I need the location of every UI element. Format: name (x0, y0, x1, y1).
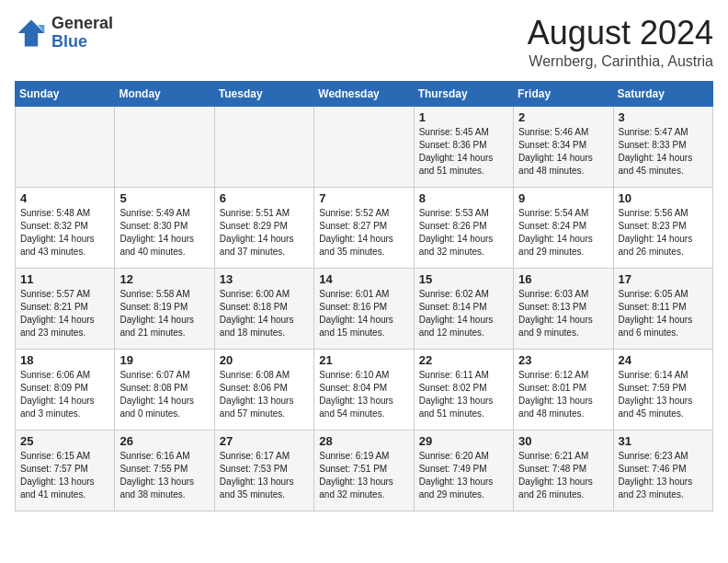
day-number: 10 (619, 191, 708, 205)
day-number: 20 (220, 353, 309, 367)
day-info: Sunrise: 6:02 AM Sunset: 8:14 PM Dayligh… (419, 288, 508, 339)
day-number: 24 (619, 353, 708, 367)
calendar-cell: 6Sunrise: 5:51 AM Sunset: 8:29 PM Daylig… (214, 187, 313, 268)
calendar-cell: 7Sunrise: 5:52 AM Sunset: 8:27 PM Daylig… (314, 187, 414, 268)
calendar-cell: 1Sunrise: 5:45 AM Sunset: 8:36 PM Daylig… (414, 106, 513, 187)
calendar-cell: 9Sunrise: 5:54 AM Sunset: 8:24 PM Daylig… (514, 187, 613, 268)
day-info: Sunrise: 6:11 AM Sunset: 8:02 PM Dayligh… (419, 369, 508, 420)
day-info: Sunrise: 6:08 AM Sunset: 8:06 PM Dayligh… (220, 369, 309, 420)
calendar-cell: 20Sunrise: 6:08 AM Sunset: 8:06 PM Dayli… (214, 349, 313, 430)
day-info: Sunrise: 6:00 AM Sunset: 8:18 PM Dayligh… (220, 288, 309, 339)
calendar-cell: 29Sunrise: 6:20 AM Sunset: 7:49 PM Dayli… (414, 430, 513, 511)
calendar-header-row: SundayMondayTuesdayWednesdayThursdayFrid… (16, 81, 713, 106)
day-number: 14 (319, 272, 408, 286)
day-info: Sunrise: 6:16 AM Sunset: 7:55 PM Dayligh… (119, 450, 209, 501)
day-of-week-header: Tuesday (214, 81, 313, 106)
calendar-cell: 3Sunrise: 5:47 AM Sunset: 8:33 PM Daylig… (613, 106, 712, 187)
calendar-cell: 12Sunrise: 5:58 AM Sunset: 8:19 PM Dayli… (115, 268, 214, 349)
day-info: Sunrise: 5:47 AM Sunset: 8:33 PM Dayligh… (619, 126, 708, 178)
calendar-cell: 15Sunrise: 6:02 AM Sunset: 8:14 PM Dayli… (414, 268, 513, 349)
day-of-week-header: Monday (115, 81, 214, 106)
day-info: Sunrise: 6:06 AM Sunset: 8:09 PM Dayligh… (20, 369, 109, 420)
day-info: Sunrise: 5:56 AM Sunset: 8:23 PM Dayligh… (619, 207, 708, 259)
day-info: Sunrise: 5:46 AM Sunset: 8:34 PM Dayligh… (518, 126, 608, 178)
calendar-cell: 18Sunrise: 6:06 AM Sunset: 8:09 PM Dayli… (16, 349, 115, 430)
calendar-cell (314, 106, 414, 187)
day-info: Sunrise: 6:14 AM Sunset: 7:59 PM Dayligh… (619, 369, 708, 420)
month-year-title: August 2024 (528, 15, 713, 52)
calendar-cell: 4Sunrise: 5:48 AM Sunset: 8:32 PM Daylig… (16, 187, 115, 268)
day-info: Sunrise: 5:51 AM Sunset: 8:29 PM Dayligh… (220, 207, 309, 259)
calendar-cell: 13Sunrise: 6:00 AM Sunset: 8:18 PM Dayli… (214, 268, 313, 349)
day-info: Sunrise: 6:10 AM Sunset: 8:04 PM Dayligh… (319, 369, 408, 420)
day-number: 8 (419, 191, 508, 205)
calendar-cell: 19Sunrise: 6:07 AM Sunset: 8:08 PM Dayli… (115, 349, 214, 430)
calendar-cell: 25Sunrise: 6:15 AM Sunset: 7:57 PM Dayli… (16, 430, 115, 511)
logo-icon (15, 17, 48, 50)
day-number: 5 (119, 191, 209, 205)
day-number: 17 (619, 272, 708, 286)
day-info: Sunrise: 6:03 AM Sunset: 8:13 PM Dayligh… (518, 288, 608, 339)
day-info: Sunrise: 5:57 AM Sunset: 8:21 PM Dayligh… (20, 288, 109, 339)
day-info: Sunrise: 5:52 AM Sunset: 8:27 PM Dayligh… (319, 207, 408, 259)
day-number: 30 (518, 434, 608, 448)
day-number: 12 (119, 272, 209, 286)
day-number: 7 (319, 191, 408, 205)
day-info: Sunrise: 6:19 AM Sunset: 7:51 PM Dayligh… (319, 450, 408, 501)
day-number: 31 (619, 434, 708, 448)
day-number: 25 (20, 434, 109, 448)
location-subtitle: Wernberg, Carinthia, Austria (528, 53, 713, 70)
calendar-table: SundayMondayTuesdayWednesdayThursdayFrid… (15, 81, 713, 511)
calendar-cell: 26Sunrise: 6:16 AM Sunset: 7:55 PM Dayli… (115, 430, 214, 511)
calendar-cell: 28Sunrise: 6:19 AM Sunset: 7:51 PM Dayli… (314, 430, 414, 511)
day-info: Sunrise: 6:15 AM Sunset: 7:57 PM Dayligh… (20, 450, 109, 501)
day-info: Sunrise: 5:48 AM Sunset: 8:32 PM Dayligh… (20, 207, 109, 259)
day-number: 22 (419, 353, 508, 367)
day-info: Sunrise: 6:20 AM Sunset: 7:49 PM Dayligh… (419, 450, 508, 501)
calendar-cell: 2Sunrise: 5:46 AM Sunset: 8:34 PM Daylig… (514, 106, 613, 187)
calendar-cell: 14Sunrise: 6:01 AM Sunset: 8:16 PM Dayli… (314, 268, 414, 349)
day-info: Sunrise: 5:53 AM Sunset: 8:26 PM Dayligh… (419, 207, 508, 259)
calendar-week-row: 18Sunrise: 6:06 AM Sunset: 8:09 PM Dayli… (16, 349, 713, 430)
day-info: Sunrise: 6:12 AM Sunset: 8:01 PM Dayligh… (518, 369, 608, 420)
day-info: Sunrise: 5:45 AM Sunset: 8:36 PM Dayligh… (419, 126, 508, 178)
day-of-week-header: Sunday (16, 81, 115, 106)
day-number: 16 (518, 272, 608, 286)
day-number: 13 (220, 272, 309, 286)
calendar-cell: 8Sunrise: 5:53 AM Sunset: 8:26 PM Daylig… (414, 187, 513, 268)
title-block: August 2024 Wernberg, Carinthia, Austria (528, 15, 713, 70)
day-info: Sunrise: 6:17 AM Sunset: 7:53 PM Dayligh… (220, 450, 309, 501)
calendar-week-row: 4Sunrise: 5:48 AM Sunset: 8:32 PM Daylig… (16, 187, 713, 268)
day-number: 15 (419, 272, 508, 286)
calendar-cell: 21Sunrise: 6:10 AM Sunset: 8:04 PM Dayli… (314, 349, 414, 430)
day-number: 4 (20, 191, 109, 205)
calendar-cell: 23Sunrise: 6:12 AM Sunset: 8:01 PM Dayli… (514, 349, 613, 430)
day-info: Sunrise: 5:49 AM Sunset: 8:30 PM Dayligh… (119, 207, 209, 259)
page-header: General Blue August 2024 Wernberg, Carin… (15, 15, 713, 70)
day-info: Sunrise: 6:07 AM Sunset: 8:08 PM Dayligh… (119, 369, 209, 420)
calendar-cell: 30Sunrise: 6:21 AM Sunset: 7:48 PM Dayli… (514, 430, 613, 511)
day-number: 29 (419, 434, 508, 448)
day-number: 28 (319, 434, 408, 448)
day-number: 11 (20, 272, 109, 286)
day-number: 21 (319, 353, 408, 367)
day-info: Sunrise: 5:58 AM Sunset: 8:19 PM Dayligh… (119, 288, 209, 339)
day-number: 26 (119, 434, 209, 448)
calendar-cell (214, 106, 313, 187)
logo: General Blue (15, 15, 113, 52)
day-number: 18 (20, 353, 109, 367)
calendar-cell: 27Sunrise: 6:17 AM Sunset: 7:53 PM Dayli… (214, 430, 313, 511)
day-of-week-header: Thursday (414, 81, 513, 106)
calendar-cell: 16Sunrise: 6:03 AM Sunset: 8:13 PM Dayli… (514, 268, 613, 349)
calendar-cell (115, 106, 214, 187)
calendar-week-row: 11Sunrise: 5:57 AM Sunset: 8:21 PM Dayli… (16, 268, 713, 349)
calendar-cell: 22Sunrise: 6:11 AM Sunset: 8:02 PM Dayli… (414, 349, 513, 430)
day-info: Sunrise: 6:05 AM Sunset: 8:11 PM Dayligh… (619, 288, 708, 339)
day-of-week-header: Friday (514, 81, 613, 106)
day-number: 1 (419, 110, 508, 124)
svg-marker-0 (18, 19, 45, 46)
day-info: Sunrise: 6:01 AM Sunset: 8:16 PM Dayligh… (319, 288, 408, 339)
calendar-week-row: 1Sunrise: 5:45 AM Sunset: 8:36 PM Daylig… (16, 106, 713, 187)
calendar-cell: 24Sunrise: 6:14 AM Sunset: 7:59 PM Dayli… (613, 349, 712, 430)
day-info: Sunrise: 6:23 AM Sunset: 7:46 PM Dayligh… (619, 450, 708, 501)
